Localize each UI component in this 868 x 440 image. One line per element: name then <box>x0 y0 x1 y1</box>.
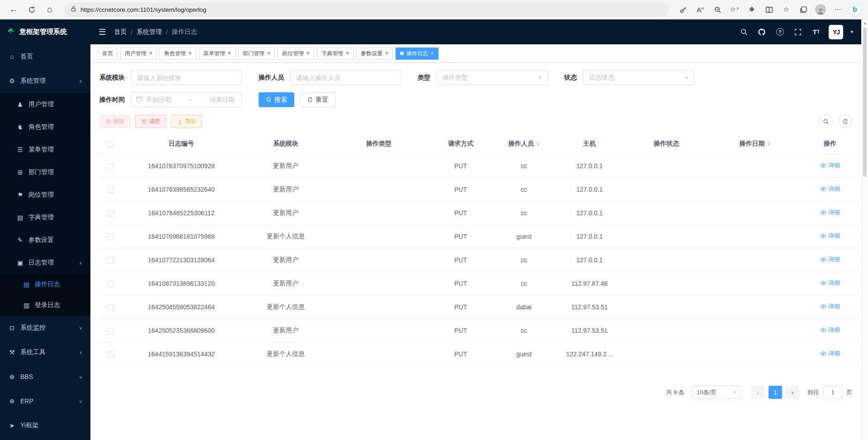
sidebar-item[interactable]: ✎ 参数设置 <box>0 229 90 251</box>
avatar-dropdown-caret-icon[interactable]: ▾ <box>850 29 853 35</box>
tab-close-icon[interactable]: × <box>431 51 434 56</box>
row-checkbox[interactable] <box>108 163 114 170</box>
row-checkbox[interactable] <box>108 281 114 287</box>
sidebar-item[interactable]: ▤ 操作日志 <box>0 274 90 295</box>
scrollbar-up-arrow[interactable]: ▲ <box>862 19 868 25</box>
row-checkbox[interactable] <box>108 187 114 193</box>
help-icon[interactable]: ? <box>774 27 785 38</box>
row-checkbox[interactable] <box>108 257 114 264</box>
detail-link[interactable]: 详细 <box>820 350 840 358</box>
show-search-icon[interactable] <box>819 114 833 128</box>
type-select[interactable]: 操作类型 ∨ <box>437 70 548 85</box>
column-header[interactable]: 日志编号 <box>122 134 241 154</box>
clear-button[interactable]: 清空 <box>135 115 166 128</box>
breadcrumb-system[interactable]: 系统管理 <box>137 28 162 36</box>
detail-link[interactable]: 详细 <box>820 161 840 170</box>
table-row[interactable]: 1641076465225306112 更新用户 PUT cc 127.0.0.… <box>99 201 857 225</box>
more-options-icon[interactable]: ⋯ <box>830 3 845 17</box>
page-tab[interactable]: 岗位管理 × <box>278 47 314 60</box>
sidebar-item[interactable]: ☰ 菜单管理 <box>0 138 90 161</box>
sidebar-item[interactable]: ▣ 日志管理 ∧ <box>0 251 90 274</box>
detail-link[interactable]: 详细 <box>820 208 840 217</box>
back-button[interactable]: ← <box>5 2 22 17</box>
row-checkbox[interactable] <box>108 234 114 240</box>
search-button[interactable]: 搜索 <box>259 92 294 107</box>
delete-button[interactable]: 删除 <box>99 115 131 128</box>
table-row[interactable]: 1641077221303128064 更新用户 PUT cc 127.0.0.… <box>99 248 857 272</box>
column-header[interactable]: 操作日期 ▲▼ <box>707 134 803 154</box>
tab-close-icon[interactable]: × <box>307 51 310 56</box>
table-row[interactable]: 1642504558053822464 更新个人信息 PUT dabai 112… <box>99 295 857 319</box>
column-header[interactable]: 系统模块 <box>241 134 331 154</box>
detail-link[interactable]: 详细 <box>820 255 840 264</box>
page-tab[interactable]: 用户管理 × <box>120 47 157 60</box>
sidebar-item[interactable]: ▤ 字典管理 <box>0 206 90 229</box>
font-size-icon[interactable]: TT <box>811 27 821 38</box>
operator-input[interactable] <box>290 70 401 85</box>
column-header[interactable]: 操作类型 <box>331 134 427 154</box>
page-tab[interactable]: 菜单管理 × <box>199 47 236 60</box>
page-tab[interactable]: 首页 <box>98 47 118 60</box>
scrollbar-thumb[interactable] <box>863 28 867 177</box>
page-tab[interactable]: 角色管理 × <box>160 47 196 60</box>
split-screen-icon[interactable] <box>761 3 777 17</box>
collections-icon[interactable] <box>796 3 811 17</box>
sidebar-item[interactable]: ⊛ ERP ∨ <box>0 389 90 413</box>
goto-page-input[interactable] <box>823 386 843 399</box>
collapse-sidebar-icon[interactable]: ☰ <box>99 27 106 37</box>
home-button[interactable]: ⌂ <box>42 2 58 17</box>
page-tab[interactable]: 操作日志 × <box>396 47 439 60</box>
export-button[interactable]: 导出 <box>171 115 202 128</box>
breadcrumb-home[interactable]: 首页 <box>114 28 127 36</box>
refresh-table-icon[interactable] <box>838 114 852 128</box>
sort-icons[interactable]: ▲▼ <box>767 141 771 147</box>
end-date-placeholder[interactable]: 结束日期 <box>195 96 237 104</box>
sidebar-item[interactable]: ♞ 角色管理 <box>0 116 90 138</box>
tab-close-icon[interactable]: × <box>149 51 152 56</box>
sidebar-item[interactable]: ⚒ 系统工具 ∨ <box>0 340 90 364</box>
tab-close-icon[interactable]: × <box>228 51 231 56</box>
favorites-icon[interactable]: ☆ <box>778 3 794 17</box>
row-checkbox[interactable] <box>108 351 114 358</box>
vertical-scrollbar[interactable]: ▲ <box>861 19 868 440</box>
date-range-picker[interactable]: 开始日期 - 结束日期 <box>131 92 242 107</box>
page-1-button[interactable]: 1 <box>769 386 782 399</box>
prev-page-button[interactable]: ‹ <box>751 386 765 399</box>
sidebar-item[interactable]: ▥ 登录日志 <box>0 295 90 316</box>
table-row[interactable]: 1642505235366809600 更新用户 PUT cc 112.97.5… <box>99 319 857 342</box>
sidebar-item[interactable]: ⊞ 部门管理 <box>0 161 90 184</box>
password-key-icon[interactable] <box>675 3 691 17</box>
column-header[interactable]: 操作人员 ▲▼ <box>495 134 553 154</box>
next-page-button[interactable]: › <box>786 386 799 399</box>
select-all-checkbox[interactable] <box>108 141 114 147</box>
detail-link[interactable]: 详细 <box>820 232 840 240</box>
detail-link[interactable]: 详细 <box>820 326 840 334</box>
bing-copilot-icon[interactable]: b <box>847 3 863 17</box>
sort-icons[interactable]: ▲▼ <box>536 141 540 147</box>
sidebar-item[interactable]: ⊡ 系统监控 ∨ <box>0 316 90 340</box>
table-row[interactable]: 1641076370975100928 更新用户 PUT cc 127.0.0.… <box>99 154 857 178</box>
start-date-placeholder[interactable]: 开始日期 <box>146 96 186 104</box>
sidebar-item[interactable]: ⊕ BBS ∨ <box>0 364 90 389</box>
address-bar[interactable]: https://ccnetcore.com:1101/system/log/op… <box>64 3 669 17</box>
sidebar-item[interactable]: ⌂ 首页 <box>0 44 90 69</box>
sidebar-item[interactable]: ⚙ 系统管理 ∧ <box>0 69 90 93</box>
detail-link[interactable]: 详细 <box>820 185 840 193</box>
page-tab[interactable]: 部门管理 × <box>238 47 275 60</box>
module-input[interactable] <box>131 70 242 85</box>
table-row[interactable]: 1641076398565232640 更新用户 PUT cc 127.0.0.… <box>99 178 857 201</box>
add-favorite-icon[interactable]: ☆⁺ <box>727 3 742 17</box>
column-header[interactable]: 操作状态 <box>626 134 707 154</box>
detail-link[interactable]: 详细 <box>820 279 840 287</box>
tab-close-icon[interactable]: × <box>189 51 192 56</box>
column-header[interactable]: 主机 <box>553 134 626 154</box>
sidebar-item[interactable]: ➤ Yi框架 <box>0 413 90 438</box>
fullscreen-icon[interactable] <box>793 27 803 38</box>
user-avatar[interactable]: YJ <box>829 25 843 39</box>
detail-link[interactable]: 详细 <box>820 303 840 311</box>
profile-avatar-icon[interactable] <box>813 3 828 17</box>
reload-button[interactable] <box>24 2 40 17</box>
sidebar-item[interactable]: ♟ 用户管理 <box>0 93 90 116</box>
status-select[interactable]: 日志状态 ∨ <box>583 70 694 85</box>
page-tab[interactable]: 字典管理 × <box>317 47 354 60</box>
